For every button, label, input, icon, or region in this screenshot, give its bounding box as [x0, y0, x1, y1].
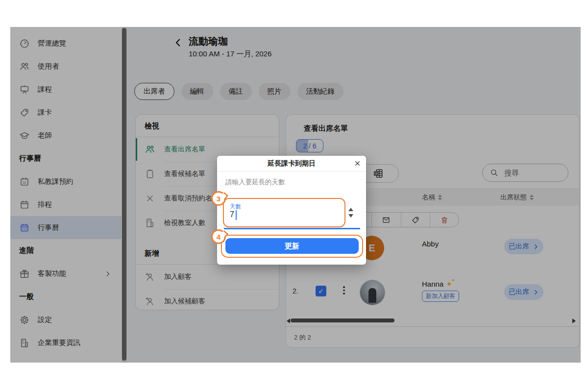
annotation-step-3: 3: [211, 191, 226, 206]
annotation-step-4: 4: [211, 229, 226, 244]
stepper-down-icon[interactable]: [348, 214, 353, 218]
days-field-label: 天數: [230, 203, 241, 210]
close-icon[interactable]: [353, 159, 362, 168]
text-cursor: [236, 210, 237, 220]
days-input[interactable]: [230, 210, 328, 219]
number-stepper[interactable]: [348, 208, 353, 218]
modal-description: 請輸入要延長的天數: [225, 178, 285, 187]
extend-pass-modal: 延長課卡到期日 請輸入要延長的天數 天數 更新: [217, 156, 366, 265]
stepper-up-icon[interactable]: [348, 208, 353, 211]
update-button[interactable]: 更新: [225, 238, 359, 254]
input-focus-underline: [224, 228, 360, 229]
modal-title: 延長課卡到期日: [217, 156, 366, 172]
